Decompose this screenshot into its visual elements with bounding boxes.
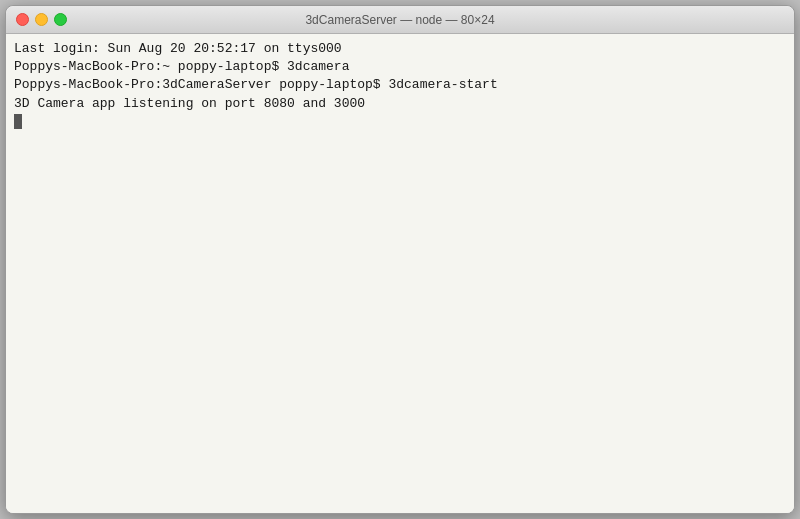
close-button[interactable] [16, 13, 29, 26]
terminal-cursor-line [14, 113, 786, 131]
terminal-line: Last login: Sun Aug 20 20:52:17 on ttys0… [14, 40, 786, 58]
terminal-line: 3D Camera app listening on port 8080 and… [14, 95, 786, 113]
window-title: 3dCameraServer — node — 80×24 [305, 13, 494, 27]
traffic-lights [16, 13, 67, 26]
terminal-window[interactable]: 3dCameraServer — node — 80×24 Last login… [5, 5, 795, 514]
terminal-body[interactable]: Last login: Sun Aug 20 20:52:17 on ttys0… [6, 34, 794, 513]
title-bar: 3dCameraServer — node — 80×24 [6, 6, 794, 34]
terminal-line: Poppys-MacBook-Pro:3dCameraServer poppy-… [14, 76, 786, 94]
maximize-button[interactable] [54, 13, 67, 26]
cursor [14, 114, 22, 129]
minimize-button[interactable] [35, 13, 48, 26]
terminal-line: Poppys-MacBook-Pro:~ poppy-laptop$ 3dcam… [14, 58, 786, 76]
